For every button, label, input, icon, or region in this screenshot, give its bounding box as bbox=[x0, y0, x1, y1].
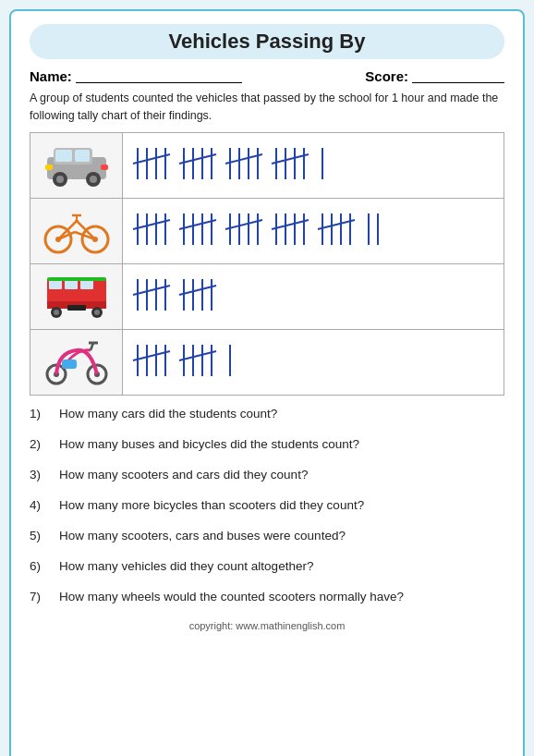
svg-rect-2 bbox=[55, 150, 72, 162]
svg-line-35 bbox=[58, 221, 77, 239]
question-item-2: 2) How many buses and bicycles did the s… bbox=[30, 437, 504, 451]
question-num-2: 2) bbox=[30, 437, 59, 451]
question-item-5: 5) How many scooters, cars and buses wer… bbox=[30, 529, 504, 543]
question-text-6: How many vehicles did they count altoget… bbox=[59, 559, 504, 573]
svg-rect-9 bbox=[101, 165, 108, 170]
tally-marks-bicycle bbox=[128, 206, 470, 252]
tally-cell-scooter bbox=[123, 329, 504, 395]
svg-rect-78 bbox=[47, 277, 106, 281]
car-icon bbox=[40, 137, 114, 190]
vehicle-cell-bus bbox=[30, 263, 123, 329]
vehicle-cell-bicycle bbox=[30, 198, 123, 263]
score-label: Score: bbox=[365, 68, 408, 84]
question-text-5: How many scooters, cars and buses were c… bbox=[59, 529, 504, 543]
question-num-6: 6) bbox=[30, 559, 59, 573]
svg-rect-70 bbox=[49, 280, 62, 289]
title-box: Vehicles Passing By bbox=[30, 24, 504, 59]
question-num-7: 7) bbox=[30, 590, 59, 604]
tally-marks-car bbox=[128, 140, 461, 187]
svg-point-75 bbox=[54, 310, 59, 315]
question-item-6: 6) How many vehicles did they count alto… bbox=[30, 559, 504, 573]
question-text-3: How many scooters and cars did they coun… bbox=[59, 468, 504, 482]
question-text-2: How many buses and bicycles did the stud… bbox=[59, 437, 504, 451]
question-item-1: 1) How many cars did the students count? bbox=[30, 407, 504, 421]
name-field: Name: bbox=[30, 68, 242, 84]
name-label: Name: bbox=[30, 68, 72, 84]
bus-icon bbox=[40, 268, 114, 322]
table-row-scooter bbox=[30, 329, 504, 395]
tally-cell-bicycle bbox=[123, 198, 504, 263]
svg-rect-79 bbox=[67, 305, 86, 311]
score-underline bbox=[412, 70, 504, 83]
tally-marks-bus bbox=[128, 272, 313, 318]
tally-cell-car bbox=[123, 132, 504, 198]
name-score-row: Name: Score: bbox=[30, 68, 504, 84]
tally-marks-scooter bbox=[128, 337, 332, 384]
questions-section: 1) How many cars did the students count?… bbox=[30, 407, 504, 604]
score-field: Score: bbox=[365, 68, 504, 84]
bicycle-icon bbox=[40, 202, 114, 256]
svg-rect-8 bbox=[45, 165, 53, 170]
svg-rect-94 bbox=[62, 360, 77, 369]
svg-rect-72 bbox=[80, 280, 93, 289]
vehicle-cell-scooter bbox=[30, 329, 123, 395]
question-text-1: How many cars did the students count? bbox=[59, 407, 504, 421]
question-num-3: 3) bbox=[30, 468, 59, 482]
svg-rect-71 bbox=[65, 280, 78, 289]
question-num-1: 1) bbox=[30, 407, 59, 421]
copyright-text: copyright: www.mathinenglish.com bbox=[30, 620, 504, 631]
table-row-bus bbox=[30, 263, 504, 329]
description-text: A group of students counted the vehicles… bbox=[30, 90, 504, 125]
svg-point-5 bbox=[56, 176, 64, 183]
question-text-7: How many wheels would the counted scoote… bbox=[59, 590, 504, 604]
table-row-car bbox=[30, 132, 504, 198]
name-underline bbox=[76, 70, 242, 83]
vehicle-cell-car bbox=[30, 132, 123, 198]
question-num-5: 5) bbox=[30, 529, 59, 543]
question-item-7: 7) How many wheels would the counted sco… bbox=[30, 590, 504, 604]
question-num-4: 4) bbox=[30, 498, 59, 512]
question-item-3: 3) How many scooters and cars did they c… bbox=[30, 468, 504, 482]
page: Vehicles Passing By Name: Score: A group… bbox=[9, 9, 525, 756]
scooter-icon bbox=[40, 334, 114, 387]
question-item-4: 4) How many more bicycles than scooters … bbox=[30, 498, 504, 512]
table-row-bicycle bbox=[30, 198, 504, 263]
svg-rect-3 bbox=[75, 150, 90, 162]
page-title: Vehicles Passing By bbox=[169, 30, 366, 53]
tally-table bbox=[30, 132, 504, 396]
svg-point-7 bbox=[90, 176, 97, 183]
svg-point-77 bbox=[94, 310, 100, 315]
tally-cell-bus bbox=[123, 263, 504, 329]
question-text-4: How many more bicycles than scooters did… bbox=[59, 498, 504, 512]
